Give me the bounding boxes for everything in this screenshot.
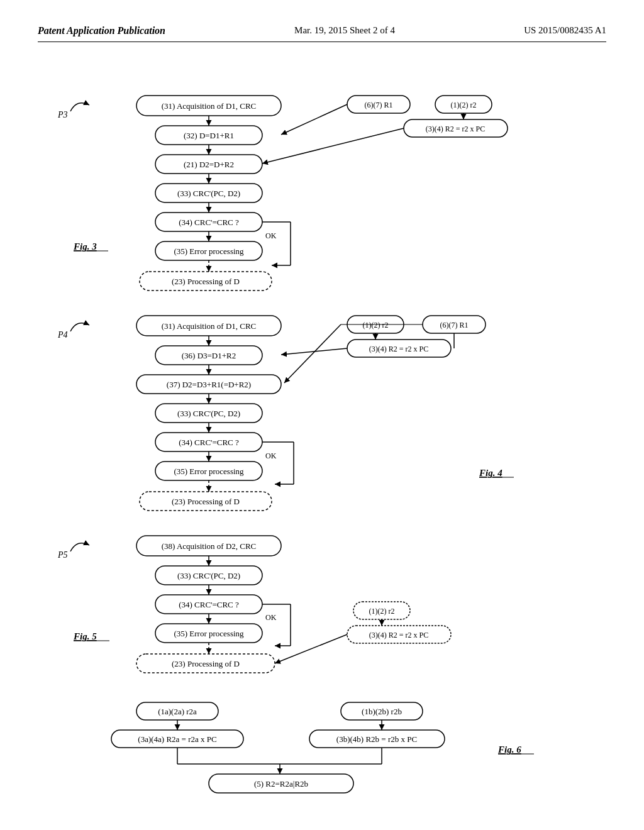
fig4-label5: (34) CRC'=CRC ?: [179, 438, 239, 447]
publication-title: Patent Application Publication: [38, 25, 165, 36]
fig3-label2: (32) D=D1+R1: [184, 131, 234, 140]
p4-label: P4: [57, 330, 68, 340]
fig3-label5: (34) CRC'=CRC ?: [179, 218, 239, 227]
svg-line-10: [281, 104, 347, 135]
fig4-ok: OK: [265, 451, 277, 460]
fig5-ok: OK: [265, 613, 277, 622]
fig3-label1: (31) Acquisition of D1, CRC: [162, 101, 257, 111]
sheet-info: Mar. 19, 2015 Sheet 2 of 4: [294, 25, 395, 36]
figures-diagram: P3 (31) Acquisition of D1, CRC (32) D=D1…: [39, 61, 605, 816]
fig5-side-label1: (1)(2) r2: [369, 607, 395, 616]
fig4-label4: (33) CRC'(PC, D2): [177, 409, 240, 418]
fig4-label6: (35) Error processing: [174, 467, 244, 476]
fig6-label2: (1b)(2b) r2b: [362, 707, 402, 716]
svg-line-37: [275, 634, 347, 663]
fig4-label3: (37) D2=D3+R1(=D+R2): [167, 380, 251, 389]
fig4-label1: (31) Acquisition of D1, CRC: [162, 321, 257, 331]
fig3-label7: (23) Processing of D: [172, 277, 240, 286]
fig5-title: Fig. 5: [73, 631, 97, 641]
fig4-side-label2: (6)(7) R1: [440, 321, 469, 329]
fig6-label3: (3a)(4a) R2a = r2a x PC: [138, 734, 216, 744]
fig6-label4: (3b)(4b) R2b = r2b x PC: [336, 734, 417, 744]
fig3-side-label3: (3)(4) R2 = r2 x PC: [426, 124, 485, 133]
p5-label: P5: [57, 550, 68, 560]
fig5-label3: (34) CRC'=CRC ?: [179, 600, 239, 609]
fig3-label3: (21) D2=D+R2: [184, 160, 234, 169]
page: Patent Application Publication Mar. 19, …: [0, 0, 644, 830]
patent-number: US 2015/0082435 A1: [524, 25, 606, 36]
fig5-label5: (23) Processing of D: [172, 659, 240, 668]
fig4-label7: (23) Processing of D: [172, 497, 240, 506]
fig4-label2: (36) D3=D1+R2: [182, 351, 236, 360]
fig5-label1: (38) Acquisition of D2, CRC: [162, 541, 257, 551]
fig3-label4: (33) CRC'(PC, D2): [177, 189, 240, 198]
fig4-title: Fig. 4: [479, 468, 502, 478]
fig4-side-label3: (3)(4) R2 = r2 x PC: [369, 345, 428, 353]
fig4-side-label1: (1)(2) r2: [363, 321, 389, 329]
page-header: Patent Application Publication Mar. 19, …: [38, 25, 606, 42]
fig6-title: Fig. 6: [497, 744, 521, 755]
fig5-label2: (33) CRC'(PC, D2): [177, 571, 240, 580]
fig6-label1: (1a)(2a) r2a: [158, 707, 197, 716]
p3-label: P3: [57, 110, 68, 119]
fig5-label4: (35) Error processing: [174, 629, 244, 638]
fig6-label5: (5) R2=R2a|R2b: [254, 779, 308, 788]
fig3-ok: OK: [265, 231, 277, 240]
fig3-title: Fig. 3: [73, 241, 97, 252]
fig3-label6: (35) Error processing: [174, 246, 244, 256]
fig5-side-label2: (3)(4) R2 = r2 x PC: [369, 631, 428, 639]
fig3-side-label1: (6)(7) R1: [365, 101, 393, 109]
fig3-side-label2: (1)(2) r2: [451, 101, 477, 109]
